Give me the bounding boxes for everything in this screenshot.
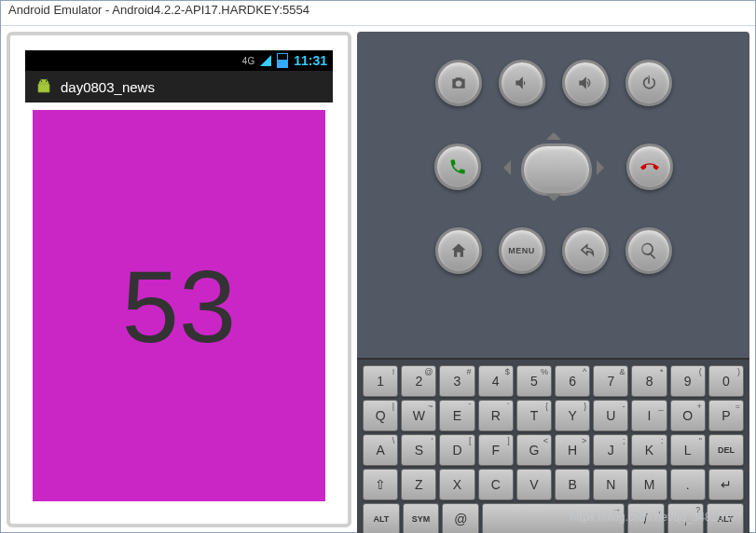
back-icon [576,241,595,260]
call-icon [448,157,467,176]
key-h[interactable]: H> [555,434,590,466]
network-indicator: 4G [242,56,254,66]
search-icon [639,241,658,260]
key-del[interactable]: DEL [708,434,744,466]
app-action-bar: day0803_news [25,71,333,102]
back-button[interactable] [562,227,609,274]
key-4[interactable]: 4$ [478,365,514,397]
key-z[interactable]: Z [401,469,436,500]
key-w[interactable]: W~ [401,400,436,431]
key-.[interactable]: . [670,469,706,500]
device-screen[interactable]: 4G 11:31 day0803_news 53 [25,50,333,509]
watermark: https://blog.csdn.net/qq_34810707 [570,511,742,524]
svg-point-1 [46,81,47,82]
key-f[interactable]: F] [478,434,514,466]
key-v[interactable]: V [516,469,552,500]
signal-icon [260,55,271,66]
key-1[interactable]: 1! [363,365,398,397]
key-6[interactable]: 6^ [555,365,590,397]
end-call-button[interactable] [626,144,673,190]
key-u[interactable]: U- [593,400,628,431]
end-call-icon [640,157,659,176]
key-5[interactable]: 5% [516,365,552,397]
key-o[interactable]: O+ [670,400,706,431]
key-2[interactable]: 2@ [401,365,436,397]
key-8[interactable]: 8* [631,365,667,397]
volume-down-button[interactable] [499,60,545,106]
hw-row-3: MENU [435,227,672,274]
content-number: 53 [122,247,236,365]
emulator-window: Android Emulator - Android4.2.2-API17.HA… [0,0,756,533]
window-title: Android Emulator - Android4.2.2-API17.HA… [1,1,755,26]
key-9[interactable]: 9( [670,365,706,397]
dpad-up[interactable] [546,125,561,140]
menu-button[interactable]: MENU [499,227,545,274]
key-7[interactable]: 7& [593,365,628,397]
camera-icon [449,74,468,92]
hardware-panel: MENU 1!2@3#4$5%6^7&8*9(0) Q|W~E¨R`T{Y}U-… [357,32,749,527]
key-alt[interactable]: ALT [363,503,400,533]
hw-row-2 [434,125,673,209]
kbd-row-2: Q|W~E¨R`T{Y}U-I_O+P= [363,400,744,431]
content-panel: 53 [33,110,325,501]
key-m[interactable]: M [631,469,667,500]
kbd-row-4: ⇧ZXCVBNM.↵ [363,469,744,500]
android-logo-icon [34,76,53,97]
key-b[interactable]: B [555,469,590,500]
dpad-center[interactable] [521,144,592,196]
key-q[interactable]: Q| [363,400,398,431]
key-e[interactable]: E¨ [439,400,474,431]
key-j[interactable]: J; [593,434,628,466]
menu-label: MENU [508,246,535,255]
key-r[interactable]: R` [478,400,514,431]
dpad-left[interactable] [496,160,511,175]
key-3[interactable]: 3# [439,365,474,397]
key-t[interactable]: T{ [516,400,552,431]
key-0[interactable]: 0) [708,365,744,397]
key-↵[interactable]: ↵ [708,469,744,500]
key-a[interactable]: A\ [363,434,398,466]
camera-button[interactable] [435,60,482,106]
kbd-row-1: 1!2@3#4$5%6^7&8*9(0) [363,365,744,397]
key-d[interactable]: D[ [439,434,474,466]
key-i[interactable]: I_ [631,400,667,431]
android-status-bar: 4G 11:31 [25,50,333,71]
status-clock: 11:31 [294,53,327,68]
key-⇧[interactable]: ⇧ [363,469,398,500]
key-s[interactable]: S' [401,434,436,466]
window-body: 4G 11:31 day0803_news 53 [1,26,755,533]
svg-point-0 [41,81,42,82]
volume-up-button[interactable] [562,60,609,106]
volume-down-icon [513,74,531,92]
key-@[interactable]: @ [442,503,479,533]
key-sym[interactable]: SYM [403,503,440,533]
key-p[interactable]: P= [708,400,744,431]
key-x[interactable]: X [439,469,474,500]
dpad-down[interactable] [546,194,561,209]
device-frame: 4G 11:31 day0803_news 53 [7,32,351,527]
power-icon [639,74,658,92]
key-c[interactable]: C [478,469,514,500]
battery-icon [277,53,288,68]
home-button[interactable] [435,227,482,274]
dpad [488,125,619,209]
hardware-keyboard: 1!2@3#4$5%6^7&8*9(0) Q|W~E¨R`T{Y}U-I_O+P… [357,358,749,533]
call-button[interactable] [434,144,481,190]
dpad-right[interactable] [597,160,612,175]
kbd-row-3: A\S'D[F]G<H>J;K:L"DEL [363,434,744,466]
volume-up-icon [576,74,595,92]
key-n[interactable]: N [593,469,628,500]
hw-row-1 [435,60,672,106]
power-button[interactable] [625,60,672,106]
home-icon [449,241,468,260]
hw-buttons-area: MENU [357,32,749,358]
search-button[interactable] [625,227,672,274]
app-content: 53 [25,102,333,509]
app-title: day0803_news [61,79,155,95]
key-y[interactable]: Y} [555,400,590,431]
key-g[interactable]: G< [516,434,552,466]
key-k[interactable]: K: [631,434,667,466]
key-l[interactable]: L" [670,434,706,466]
